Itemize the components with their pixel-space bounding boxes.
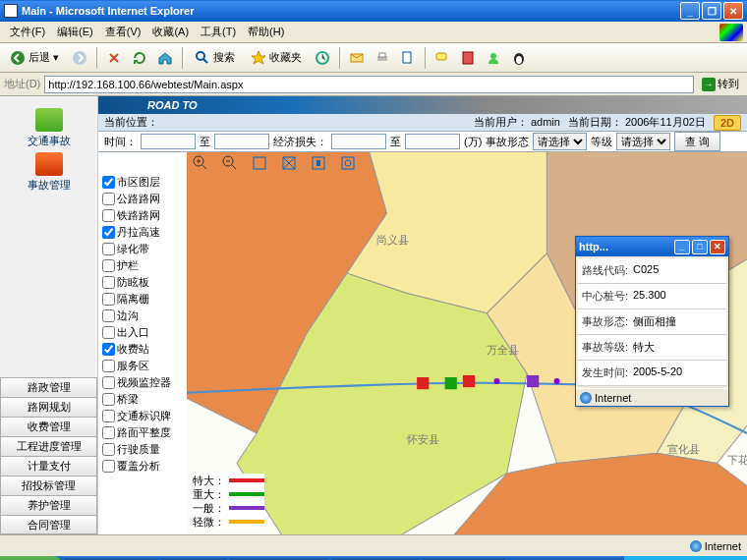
popup-body: 路线代码:C025中心桩号:25.300事故形态:侧面相撞事故等级:特大发生时间… — [576, 256, 728, 388]
layer-cb-11[interactable] — [102, 360, 115, 372]
full-extent-button[interactable] — [279, 154, 299, 172]
sidebar-item-contract[interactable]: 合同管理 — [0, 515, 97, 534]
identify-button[interactable] — [309, 154, 328, 172]
layer-checkbox-4[interactable]: 绿化带 — [98, 241, 187, 257]
legend-row-0: 特大： — [193, 474, 264, 487]
layer-checkbox-1[interactable]: 公路路网 — [98, 191, 187, 207]
menu-favorites[interactable]: 收藏(A) — [146, 23, 195, 41]
window-close-button[interactable]: ✕ — [723, 2, 743, 20]
layer-checkbox-6[interactable]: 防眩板 — [98, 274, 187, 291]
extent-icon — [281, 155, 297, 171]
window-restore-button[interactable]: ❐ — [702, 2, 721, 20]
layer-cb-2[interactable] — [102, 209, 115, 222]
menu-help[interactable]: 帮助(H) — [242, 23, 290, 41]
layer-cb-9[interactable] — [102, 326, 115, 339]
book-icon — [460, 50, 476, 66]
layer-checkbox-9[interactable]: 出入口 — [98, 324, 187, 341]
menu-view[interactable]: 查看(V) — [99, 23, 147, 41]
measure-button[interactable] — [338, 154, 358, 172]
layer-checkbox-2[interactable]: 铁路路网 — [98, 207, 187, 224]
layer-cb-5[interactable] — [102, 259, 115, 272]
forward-button[interactable] — [69, 47, 90, 69]
filter-level-select[interactable]: 请选择 — [616, 133, 670, 150]
layer-checkbox-15[interactable]: 路面平整度 — [98, 424, 187, 441]
address-input[interactable] — [44, 76, 694, 93]
layer-cb-16[interactable] — [102, 443, 115, 456]
discuss-button[interactable] — [431, 47, 453, 69]
sidebar-item-measure[interactable]: 计量支付 — [0, 456, 97, 476]
menu-tools[interactable]: 工具(T) — [195, 23, 242, 41]
zoom-out-button[interactable] — [220, 154, 240, 172]
layer-checkbox-14[interactable]: 交通标识牌 — [98, 408, 187, 424]
filter-time-from[interactable] — [141, 134, 196, 149]
svg-rect-6 — [379, 53, 385, 57]
pan-button[interactable] — [250, 154, 269, 172]
sidebar-item-bidding[interactable]: 招投标管理 — [0, 476, 97, 495]
popup-titlebar[interactable]: http... _ □ ✕ — [576, 237, 728, 256]
popup-close-button[interactable]: ✕ — [710, 240, 725, 254]
sidebar-item-accident-mgmt[interactable]: 事故管理 — [0, 152, 97, 193]
layer-cb-1[interactable] — [102, 193, 115, 205]
research-button[interactable] — [457, 47, 479, 69]
sidebar-item-roadadmin[interactable]: 路政管理 — [0, 377, 97, 397]
layer-checkbox-17[interactable]: 覆盖分析 — [98, 458, 187, 475]
refresh-button[interactable] — [129, 47, 150, 69]
layer-cb-6[interactable] — [102, 276, 115, 289]
layer-cb-8[interactable] — [102, 309, 115, 322]
layer-cb-13[interactable] — [102, 393, 115, 406]
layer-checkbox-0[interactable]: 市区图层 — [98, 174, 187, 191]
mail-button[interactable] — [346, 47, 368, 69]
print-button[interactable] — [372, 47, 393, 69]
layer-checkbox-7[interactable]: 隔离栅 — [98, 291, 187, 308]
layer-cb-10[interactable] — [102, 343, 115, 356]
search-button[interactable]: 搜索 — [189, 47, 241, 69]
layer-cb-7[interactable] — [102, 293, 115, 306]
popup-minimize-button[interactable]: _ — [674, 240, 690, 254]
back-button[interactable]: 后退 ▾ — [4, 47, 65, 69]
stop-button[interactable] — [103, 47, 125, 69]
layer-checkbox-3[interactable]: 丹拉高速 — [98, 224, 187, 241]
system-tray[interactable]: 13:30 — [624, 556, 747, 560]
layer-checkbox-16[interactable]: 行驶质量 — [98, 441, 187, 458]
view-2d-button[interactable]: 2D — [714, 115, 741, 131]
popup-maximize-button[interactable]: □ — [692, 240, 708, 254]
layer-checkbox-11[interactable]: 服务区 — [98, 358, 187, 374]
qq-button[interactable] — [508, 47, 530, 69]
layer-cb-17[interactable] — [102, 460, 115, 473]
layer-checkbox-12[interactable]: 视频监控器 — [98, 374, 187, 391]
layer-cb-12[interactable] — [102, 376, 115, 389]
layer-checkbox-13[interactable]: 桥梁 — [98, 391, 187, 408]
go-button[interactable]: → 转到 — [698, 75, 743, 93]
sidebar-item-progress[interactable]: 工程进度管理 — [0, 436, 97, 456]
edit-button[interactable] — [397, 47, 419, 69]
layer-cb-4[interactable] — [102, 243, 115, 255]
filter-loss-to[interactable] — [405, 134, 460, 149]
layer-cb-3[interactable] — [102, 226, 115, 239]
query-button[interactable]: 查 询 — [674, 132, 720, 151]
layer-cb-14[interactable] — [102, 410, 115, 422]
menu-file[interactable]: 文件(F) — [4, 23, 51, 41]
layer-checkbox-10[interactable]: 收费站 — [98, 341, 187, 358]
sidebar-item-maintain[interactable]: 养护管理 — [0, 495, 97, 515]
sidebar-item-roadnet[interactable]: 路网规划 — [0, 397, 97, 417]
layer-checkbox-8[interactable]: 边沟 — [98, 308, 187, 324]
filter-form-select[interactable]: 请选择 — [533, 133, 587, 150]
menu-edit[interactable]: 编辑(E) — [51, 23, 99, 41]
filter-time-to[interactable] — [214, 134, 269, 149]
zoom-in-button[interactable] — [191, 154, 210, 172]
layer-label-2: 铁路路网 — [117, 208, 160, 223]
clock-icon — [315, 50, 330, 66]
layer-cb-15[interactable] — [102, 426, 115, 439]
messenger-button[interactable] — [483, 47, 504, 69]
sidebar-item-accident[interactable]: 交通事故 — [0, 108, 97, 148]
home-button[interactable] — [154, 47, 176, 69]
favorites-button[interactable]: 收藏夹 — [245, 47, 308, 69]
sidebar-item-toll[interactable]: 收费管理 — [0, 417, 97, 436]
history-button[interactable] — [312, 47, 333, 69]
layer-checkbox-5[interactable]: 护栏 — [98, 257, 187, 274]
window-minimize-button[interactable]: _ — [680, 2, 700, 20]
filter-loss-from[interactable] — [331, 134, 386, 149]
map-label-shangyi: 尚义县 — [376, 234, 409, 246]
start-button[interactable]: 开始 — [0, 556, 63, 560]
layer-cb-0[interactable] — [102, 176, 115, 189]
